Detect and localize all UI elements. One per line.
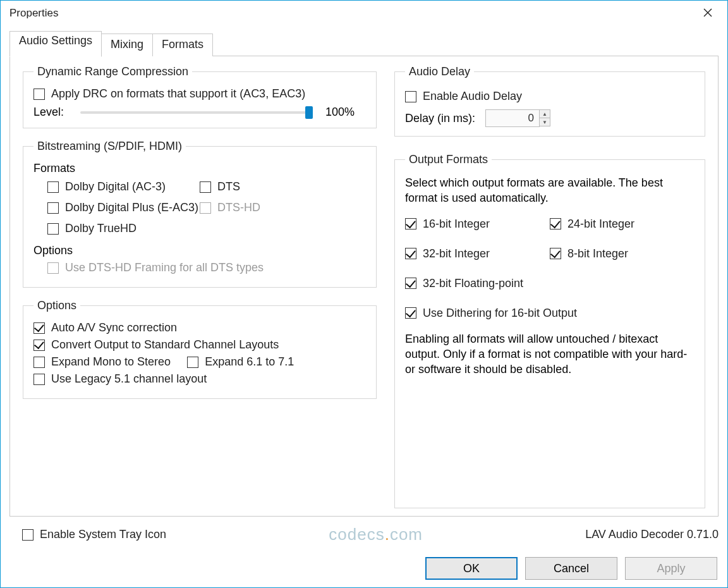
checkbox-tray-icon[interactable] [22,529,33,541]
group-options: Options Auto A/V Sync correction Convert… [23,299,377,399]
label-fp32: 32-bit Floating-point [423,277,523,290]
checkbox-int16[interactable] [405,218,416,230]
label-delay-ms: Delay (in ms): [405,112,475,125]
group-audio-delay: Audio Delay Enable Audio Delay Delay (in… [394,65,705,137]
checkbox-int24[interactable] [550,218,561,230]
label-int8: 8-bit Integer [567,247,628,260]
label-dts-hd: DTS-HD [217,201,260,214]
tab-panel: Dynamic Range Compression Apply DRC on f… [9,56,719,517]
checkbox-drc-apply[interactable] [33,89,45,100]
label-drc-apply: Apply DRC on formats that support it (AC… [51,87,305,101]
titlebar: Properties [1,1,727,26]
checkbox-dts-hd [200,202,211,214]
label-dolby-eac3: Dolby Digital Plus (E-AC3) [65,201,198,214]
checkbox-int8[interactable] [550,248,561,259]
label-legacy-51: Use Legacy 5.1 channel layout [51,372,207,386]
label-expand-mono: Expand Mono to Stereo [51,355,171,369]
label-dolby-truehd: Dolby TrueHD [65,222,136,235]
value-drc-level: 100% [322,106,366,119]
label-drc-level: Level: [33,106,71,119]
checkbox-dither[interactable] [405,307,416,319]
label-expand-61: Expand 6.1 to 7.1 [205,355,294,369]
label-int32: 32-bit Integer [423,247,490,260]
window-title: Properties [9,7,58,20]
label-enable-delay: Enable Audio Delay [423,90,522,103]
checkbox-enable-delay[interactable] [405,91,416,102]
checkbox-legacy-51[interactable] [33,374,45,385]
tab-formats[interactable]: Formats [152,34,213,56]
input-delay-ms[interactable] [485,109,540,127]
checkbox-dolby-ac3[interactable] [47,181,59,193]
checkbox-dts-hd-framing [47,262,59,274]
properties-window: Properties Audio Settings Mixing Formats… [0,0,728,588]
close-icon[interactable] [698,4,717,23]
checkbox-dts[interactable] [200,181,211,193]
text-output-note: Enabling all formats will allow untouche… [405,331,695,377]
group-output-formats: Output Formats Select which output forma… [394,153,705,508]
label-dts: DTS [217,180,240,193]
slider-thumb[interactable] [305,106,313,119]
spinner-up-icon[interactable]: ▲ [539,109,550,118]
label-auto-av: Auto A/V Sync correction [51,321,177,334]
group-bitstreaming: Bitstreaming (S/PDIF, HDMI) Formats Dolb… [23,140,377,288]
checkbox-convert-std[interactable] [33,340,45,351]
label-bitstream-options: Options [33,244,366,257]
watermark: codecs.com [329,525,423,544]
tab-strip: Audio Settings Mixing Formats [9,31,719,56]
checkbox-expand-mono[interactable] [33,357,45,368]
group-options-legend: Options [33,299,80,312]
label-convert-std: Convert Output to Standard Channel Layou… [51,338,279,352]
apply-button: Apply [625,557,717,580]
label-bitstream-formats: Formats [33,162,366,175]
checkbox-expand-61[interactable] [187,357,198,368]
label-dither: Use Dithering for 16-bit Output [423,307,577,320]
label-dolby-ac3: Dolby Digital (AC-3) [65,180,166,193]
group-drc: Dynamic Range Compression Apply DRC on f… [23,65,377,128]
group-audio-delay-legend: Audio Delay [405,65,474,78]
slider-drc-level[interactable] [80,111,313,114]
text-output-desc: Select which output formats are availabl… [405,175,695,206]
cancel-button[interactable]: Cancel [525,557,617,580]
ok-button[interactable]: OK [425,557,518,580]
checkbox-fp32[interactable] [405,278,416,289]
checkbox-auto-av[interactable] [33,322,45,334]
checkbox-dolby-eac3[interactable] [47,202,59,214]
tab-audio-settings[interactable]: Audio Settings [9,31,102,57]
group-bitstreaming-legend: Bitstreaming (S/PDIF, HDMI) [33,140,186,153]
version-label: LAV Audio Decoder 0.71.0 [585,528,719,541]
label-int16: 16-bit Integer [423,217,490,231]
label-dts-hd-framing: Use DTS-HD Framing for all DTS types [65,261,264,274]
checkbox-dolby-truehd[interactable] [47,223,59,235]
tab-mixing[interactable]: Mixing [101,34,153,56]
label-tray-icon: Enable System Tray Icon [40,528,166,541]
spinner-down-icon[interactable]: ▼ [539,118,550,126]
checkbox-int32[interactable] [405,248,416,259]
label-int24: 24-bit Integer [567,217,634,231]
group-output-formats-legend: Output Formats [405,153,492,166]
dialog-buttons: OK Cancel Apply [1,551,727,587]
group-drc-legend: Dynamic Range Compression [33,65,192,78]
